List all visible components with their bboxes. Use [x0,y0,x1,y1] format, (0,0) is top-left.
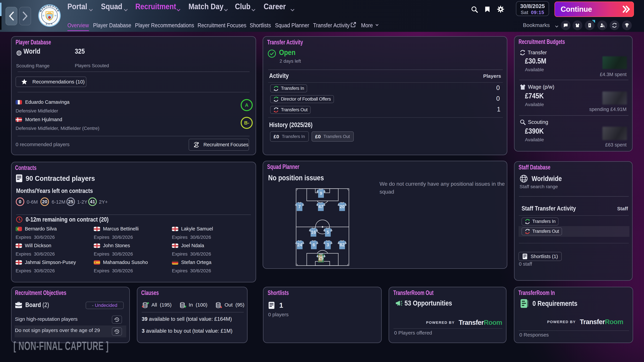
svg-text:94: 94 [54,14,56,16]
svg-text:18: 18 [42,14,44,16]
svg-text:20: 20 [340,204,345,209]
svg-text:47: 47 [318,204,323,209]
svg-text:6: 6 [312,242,315,247]
svg-text:24: 24 [297,242,302,247]
svg-text:5: 5 [326,230,329,235]
svg-text:82: 82 [340,242,345,247]
svg-text:9: 9 [320,191,322,196]
svg-text:3: 3 [326,242,329,247]
svg-text:7: 7 [298,204,301,209]
svg-text:25: 25 [318,256,324,261]
svg-text:16: 16 [311,230,316,235]
